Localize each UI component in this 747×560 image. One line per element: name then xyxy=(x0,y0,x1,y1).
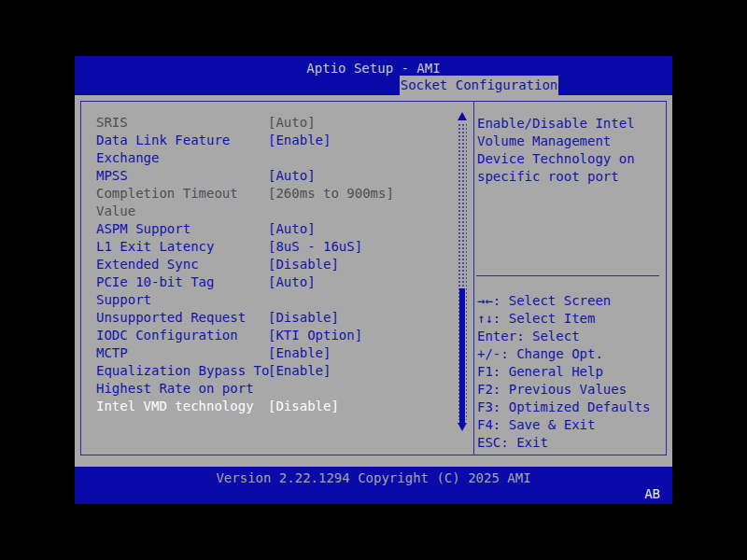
option-label: Extended Sync xyxy=(96,256,270,273)
option-iodc-configuration[interactable]: IODC Configuration [KTI Option] xyxy=(96,327,473,344)
bios-setup-screen: Aptio Setup - AMI Socket Configuration S… xyxy=(0,0,747,560)
option-label: Completion Timeout Value xyxy=(96,185,270,220)
option-label: MPSS xyxy=(96,167,270,185)
option-label: Intel VMD technology xyxy=(96,398,270,415)
legend-previous-values: F2: Previous Values xyxy=(477,381,650,399)
header-bar: Aptio Setup - AMI Socket Configuration xyxy=(75,56,672,95)
item-help-text: Enable/Disable Intel Volume Management D… xyxy=(477,115,661,186)
option-equalization-bypass[interactable]: Equalization Bypass To Highest Rate on p… xyxy=(96,362,473,398)
option-completion-timeout-value[interactable]: Completion Timeout Value [260ms to 900ms… xyxy=(96,185,473,220)
legend-change-option: +/-: Change Opt. xyxy=(477,345,650,363)
options-list: SRIS [Auto] Data Link Feature Exchange [… xyxy=(81,102,473,415)
option-value: [Disable] xyxy=(268,309,339,327)
option-value: [Enable] xyxy=(268,132,331,149)
option-label: Equalization Bypass To Highest Rate on p… xyxy=(96,362,270,398)
legend-general-help: F1: General Help xyxy=(477,363,650,381)
options-panel: SRIS [Auto] Data Link Feature Exchange [… xyxy=(80,101,474,455)
option-extended-sync[interactable]: Extended Sync [Disable] xyxy=(96,256,473,273)
version-text: Version 2.22.1294 Copyright (C) 2025 AMI xyxy=(75,469,672,487)
option-label: L1 Exit Latency xyxy=(96,238,270,256)
option-label: PCIe 10-bit Tag Support xyxy=(96,273,270,309)
scroll-down-icon[interactable] xyxy=(456,420,469,433)
build-code: AB xyxy=(644,485,660,503)
option-label: Data Link Feature Exchange xyxy=(96,132,270,167)
option-value: [Auto] xyxy=(268,273,316,291)
legend-optimized-defaults: F3: Optimized Defaults xyxy=(477,399,650,416)
option-sris[interactable]: SRIS [Auto] xyxy=(96,114,473,132)
option-value: [KTI Option] xyxy=(268,327,362,344)
legend-select-screen: →←: Select Screen xyxy=(477,292,650,310)
option-unsupported-request[interactable]: Unsupported Request [Disable] xyxy=(96,309,473,327)
scrollbar-thumb[interactable] xyxy=(459,288,465,424)
setup-utility-window: Aptio Setup - AMI Socket Configuration S… xyxy=(75,56,672,504)
scroll-up-icon[interactable] xyxy=(456,110,469,123)
key-legend: →←: Select Screen ↑↓: Select Item Enter:… xyxy=(477,292,650,452)
legend-select-item: ↑↓: Select Item xyxy=(477,310,650,328)
help-panel-divider xyxy=(476,275,659,276)
option-data-link-feature-exchange[interactable]: Data Link Feature Exchange [Enable] xyxy=(96,132,473,167)
option-value: [Disable] xyxy=(268,398,339,415)
option-value: [260ms to 900ms] xyxy=(268,185,394,203)
option-value: [Auto] xyxy=(268,167,316,185)
scrollbar[interactable] xyxy=(456,110,469,433)
option-mpss[interactable]: MPSS [Auto] xyxy=(96,167,473,185)
option-label: ASPM Support xyxy=(96,220,270,238)
tab-socket-configuration[interactable]: Socket Configuration xyxy=(400,76,558,95)
main-area: SRIS [Auto] Data Link Feature Exchange [… xyxy=(75,95,672,467)
option-label: Unsupported Request xyxy=(96,309,270,327)
help-panel: Enable/Disable Intel Volume Management D… xyxy=(473,101,667,455)
option-value: [8uS - 16uS] xyxy=(268,238,362,256)
page-title: Aptio Setup - AMI xyxy=(75,60,672,77)
legend-enter-select: Enter: Select xyxy=(477,328,650,345)
option-label: IODC Configuration xyxy=(96,327,270,344)
option-value: [Enable] xyxy=(268,344,331,362)
option-pcie-10bit-tag-support[interactable]: PCIe 10-bit Tag Support [Auto] xyxy=(96,273,473,309)
legend-esc-exit: ESC: Exit xyxy=(477,434,650,452)
option-l1-exit-latency[interactable]: L1 Exit Latency [8uS - 16uS] xyxy=(96,238,473,256)
option-label: SRIS xyxy=(96,114,270,132)
option-aspm-support[interactable]: ASPM Support [Auto] xyxy=(96,220,473,238)
option-value: [Auto] xyxy=(268,114,316,132)
option-mctp[interactable]: MCTP [Enable] xyxy=(96,344,473,362)
option-value: [Disable] xyxy=(268,256,339,273)
legend-save-exit: F4: Save & Exit xyxy=(477,416,650,434)
option-label: MCTP xyxy=(96,344,270,362)
footer-bar: Version 2.22.1294 Copyright (C) 2025 AMI… xyxy=(75,467,672,504)
option-intel-vmd-technology[interactable]: Intel VMD technology [Disable] xyxy=(96,398,473,415)
option-value: [Auto] xyxy=(268,220,316,238)
option-value: [Enable] xyxy=(268,362,331,380)
scrollbar-track[interactable] xyxy=(458,123,467,420)
